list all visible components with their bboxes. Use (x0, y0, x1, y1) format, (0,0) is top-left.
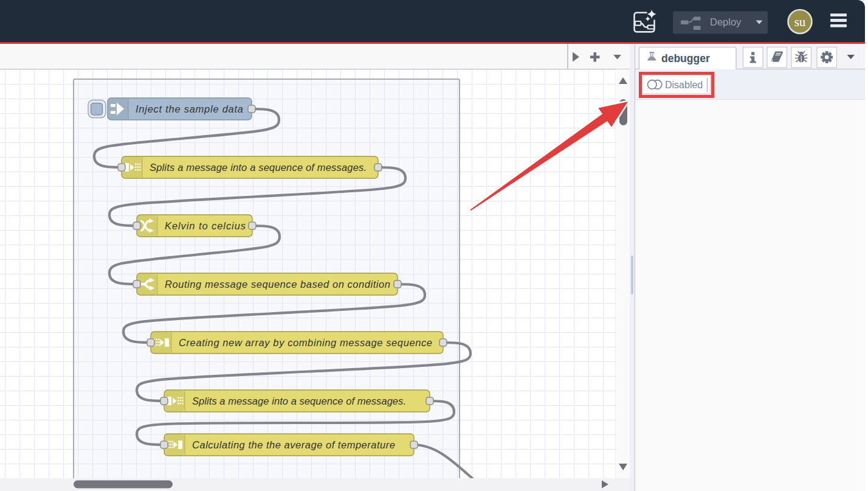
svg-text:Splits a message into a sequen: Splits a message into a sequence of mess… (150, 162, 367, 173)
svg-text:Deploy: Deploy (710, 16, 742, 27)
svg-text:Inject the sample data: Inject the sample data (136, 103, 243, 114)
svg-text:Creating new array by combinin: Creating new array by combining message … (179, 337, 432, 348)
svg-text:Routing message sequence based: Routing message sequence based on condit… (165, 279, 390, 290)
svg-text:su: su (794, 15, 806, 29)
svg-text:Kelvin to celcius: Kelvin to celcius (165, 220, 246, 231)
svg-text:debugger: debugger (661, 52, 710, 64)
svg-text:Splits a message into a sequen: Splits a message into a sequence of mess… (192, 395, 406, 406)
svg-text:Calculating the the average of: Calculating the the average of temperatu… (192, 439, 395, 450)
